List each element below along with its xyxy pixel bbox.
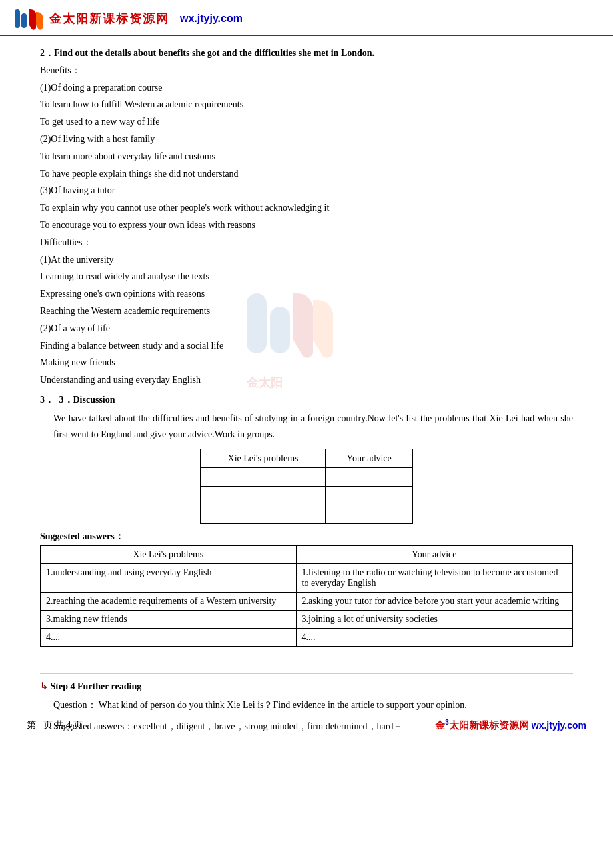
benefit-item-2: To get used to a new way of life xyxy=(40,114,573,130)
suggested-section: Suggested answers： Xie Lei's problems Yo… xyxy=(40,531,573,647)
section3-title: 3．Discussion xyxy=(59,395,115,405)
logo-text-url: wx.jtyjy.com xyxy=(180,13,243,25)
header: 金太阳新课标资源网 wx.jtyjy.com xyxy=(0,0,613,36)
benefit-item-7: To explain why you cannot use other peop… xyxy=(40,200,573,216)
ans-row3: 3.making new friends 3.joining a lot of … xyxy=(41,611,573,629)
benefit-item-1: To learn how to fulfill Western academic… xyxy=(40,97,573,113)
ans-r4-problem: 4.... xyxy=(41,629,297,647)
step4-question: Question： What kind of person do you thi… xyxy=(53,697,573,713)
step4-suggested: Suggested answers：excellent，diligent，bra… xyxy=(53,719,573,735)
step4-heading: ↳ Step 4 Further reading xyxy=(40,681,573,692)
ans-col1: Xie Lei's problems xyxy=(41,546,297,564)
logo-icon xyxy=(13,7,45,31)
step4-heading-text: Step 4 Further reading xyxy=(51,681,142,691)
ans-r4-advice: 4.... xyxy=(296,629,572,647)
section3-body: We have talked about the difficulties an… xyxy=(53,411,573,443)
section3-heading: 3． 3．Discussion xyxy=(40,392,573,408)
section2: 2．Find out the details about benefits sh… xyxy=(40,45,573,388)
discussion-table-wrap: Xie Lei's problems Your advice xyxy=(40,449,573,524)
section3: 3． 3．Discussion We have talked about the… xyxy=(40,392,573,524)
benefit-item-0: (1)Of doing a preparation course xyxy=(40,80,573,96)
ans-r3-problem: 3.making new friends xyxy=(41,611,297,629)
difficulty-item-1: Learning to read widely and analyse the … xyxy=(40,269,573,285)
ans-row2: 2.reaching the academic requirements of … xyxy=(41,593,573,611)
disc-r3c1 xyxy=(201,505,326,524)
logo-text-cn: 金太阳新课标资源网 xyxy=(49,11,169,27)
disc-col1: Xie Lei's problems xyxy=(201,449,326,468)
ans-row1: 1.understanding and using everyday Engli… xyxy=(41,564,573,593)
svg-rect-1 xyxy=(21,13,27,28)
section3-num: 3． xyxy=(40,395,54,405)
benefit-item-3: (2)Of living with a host family xyxy=(40,131,573,147)
svg-rect-0 xyxy=(15,9,20,28)
ans-r1-advice: 1.listening to the radio or watching tel… xyxy=(296,564,572,593)
difficulty-item-7: Understanding and using everyday English xyxy=(40,372,573,388)
step4-section: ↳ Step 4 Further reading Question： What … xyxy=(40,673,573,735)
benefits-label: Benefits： xyxy=(40,63,573,79)
difficulty-item-5: Finding a balance between study and a so… xyxy=(40,338,573,354)
difficulty-item-4: (2)Of a way of life xyxy=(40,321,573,337)
discussion-table: Xie Lei's problems Your advice xyxy=(200,449,413,524)
step4-arrow: ↳ xyxy=(40,681,48,691)
disc-row3 xyxy=(201,505,413,524)
disc-col2: Your advice xyxy=(326,449,413,468)
answers-table: Xie Lei's problems Your advice 1.underst… xyxy=(40,545,573,647)
disc-row1 xyxy=(201,468,413,487)
ans-r3-advice: 3.joining a lot of university societies xyxy=(296,611,572,629)
benefit-item-4: To learn more about everyday life and cu… xyxy=(40,149,573,165)
difficulty-item-6: Making new friends xyxy=(40,355,573,371)
ans-col2: Your advice xyxy=(296,546,572,564)
difficulty-item-2: Expressing one's own opinions with reaso… xyxy=(40,286,573,302)
difficulties-label: Difficulties： xyxy=(40,235,573,251)
benefit-item-6: (3)Of having a tutor xyxy=(40,183,573,199)
suggested-heading: Suggested answers： xyxy=(40,531,573,543)
disc-row2 xyxy=(201,487,413,505)
disc-r2c2 xyxy=(326,487,413,505)
benefit-item-5: To have people explain things she did no… xyxy=(40,166,573,182)
ans-r2-advice: 2.asking your tutor for advice before yo… xyxy=(296,593,572,611)
disc-r2c1 xyxy=(201,487,326,505)
ans-r2-problem: 2.reaching the academic requirements of … xyxy=(41,593,297,611)
difficulty-item-3: Reaching the Western academic requiremen… xyxy=(40,303,573,319)
difficulty-item-0: (1)At the university xyxy=(40,252,573,268)
section2-heading: 2．Find out the details about benefits sh… xyxy=(40,45,573,61)
ans-row4: 4.... 4.... xyxy=(41,629,573,647)
disc-r1c1 xyxy=(201,468,326,487)
benefit-item-8: To encourage you to express your own ide… xyxy=(40,217,573,233)
ans-r1-problem: 1.understanding and using everyday Engli… xyxy=(41,564,297,593)
disc-r3c2 xyxy=(326,505,413,524)
disc-r1c2 xyxy=(326,468,413,487)
logo-area: 金太阳新课标资源网 wx.jtyjy.com xyxy=(13,7,243,31)
